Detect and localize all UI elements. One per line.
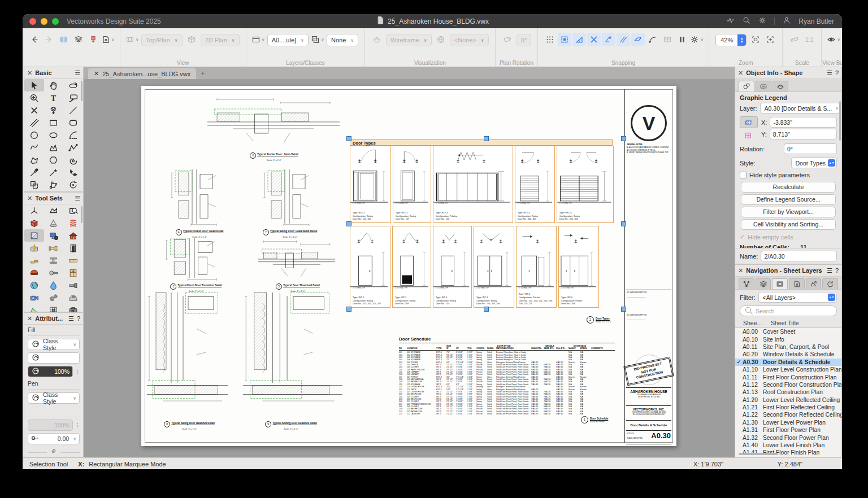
legend-cell[interactable]: 2" TO TRIM, TYP.Type: EXT-3Configuration…: [433, 146, 513, 223]
legend-cell[interactable]: 2" TO TRIM, TYP.Type: EXT-1Configuration…: [350, 146, 391, 223]
tab-sheet-layers[interactable]: [772, 278, 788, 289]
document-tab[interactable]: ✕ 25_Asharoken...use_BLDG.vwx: [88, 68, 196, 79]
sheet-layer-row[interactable]: A1.21First Floor Reflected Ceiling: [735, 404, 841, 411]
close-icon[interactable]: ✕: [738, 267, 743, 274]
structural-member[interactable]: [44, 254, 64, 267]
plan-rotation-value[interactable]: 0°: [517, 34, 532, 46]
pen-color-swatch[interactable]: [28, 406, 80, 417]
snap-working-plane-icon[interactable]: [631, 33, 645, 46]
legend-cell[interactable]: 2" TO TRIM, TYP.Type: INT-1Configuration…: [350, 226, 390, 308]
selection-handle[interactable]: [621, 136, 626, 141]
snapping-settings-gear-icon[interactable]: ∨: [690, 33, 704, 46]
horizontal-scrollbar[interactable]: [739, 453, 778, 455]
clip-tool[interactable]: [24, 178, 44, 191]
snap-grid-settings-icon[interactable]: [661, 33, 674, 46]
close-icon[interactable]: ✕: [27, 315, 32, 322]
fill-opacity-menu[interactable]: ⋮: [75, 369, 80, 374]
pan-tool[interactable]: [44, 79, 64, 91]
magic-wand-tool[interactable]: [44, 166, 64, 178]
legend-cell[interactable]: 2" TO TRIM, TYP.Type: EXT-4Configuration…: [515, 146, 555, 223]
tab-layers[interactable]: [756, 278, 771, 289]
rounded-rectangle-tool[interactable]: [63, 116, 83, 129]
electrical[interactable]: [24, 242, 44, 254]
sheet-number-column-header[interactable]: Shee...: [743, 320, 771, 326]
sheet-layer-row[interactable]: A0.20Window Details & Schedule: [735, 351, 841, 358]
3d-modeling[interactable]: [24, 204, 44, 217]
machine-design[interactable]: [44, 291, 64, 304]
2d-polygon-tool[interactable]: [24, 154, 44, 166]
tab-references[interactable]: [822, 278, 838, 289]
palette-menu-icon[interactable]: ☰: [75, 69, 80, 77]
filter-dropdown[interactable]: <All Layers> ▲▼: [758, 292, 837, 303]
fabrication[interactable]: [63, 291, 83, 304]
fit-page-icon[interactable]: [763, 33, 777, 46]
layers-button[interactable]: [72, 33, 85, 46]
settings-gear-icon[interactable]: [758, 16, 766, 26]
snap-grid-icon[interactable]: [543, 33, 557, 46]
palette-menu-icon[interactable]: ☰: [68, 315, 74, 322]
oval-tool[interactable]: [44, 129, 64, 141]
y-field[interactable]: 8.713": [770, 129, 837, 139]
walls-windows[interactable]: [24, 229, 44, 242]
scrollbar[interactable]: [839, 101, 841, 141]
reshape-tool[interactable]: [44, 178, 64, 191]
sheet-layer-row[interactable]: A1.40Lower Level Finish Plan: [735, 442, 841, 449]
tab-viewports[interactable]: [789, 278, 805, 289]
minimize-window-button[interactable]: [41, 18, 47, 25]
zoom-level-field[interactable]: 42% ▲▼: [715, 34, 747, 46]
snap-smart-point-icon[interactable]: [602, 33, 615, 46]
close-icon[interactable]: ✕: [27, 195, 32, 202]
fill-color-swatch[interactable]: [28, 352, 80, 364]
pen-opacity-menu[interactable]: ⋮: [75, 422, 80, 428]
tab-render[interactable]: [772, 81, 788, 91]
selection-handle[interactable]: [484, 136, 489, 141]
arc-tool[interactable]: [63, 129, 83, 141]
palette-menu-icon[interactable]: ☰: [75, 195, 80, 202]
sheet-layer-row[interactable]: A1.30Lower Level Power Plan: [735, 419, 841, 426]
saved-views-icon[interactable]: ∨: [125, 33, 139, 46]
fit-objects-icon[interactable]: [749, 33, 762, 46]
dims-notes[interactable]: [63, 254, 83, 267]
view-bar-eye-icon[interactable]: ∨: [827, 33, 840, 46]
active-layer-dropdown[interactable]: A0....ule]∨: [267, 34, 309, 46]
site-planning[interactable]: [24, 279, 44, 291]
legend-cell[interactable]: 2" TO TRIM, TYP.Type: INT-6Configuration…: [558, 226, 599, 308]
camera-match[interactable]: [24, 291, 44, 304]
sheet-layer-row[interactable]: A0.10Site Info: [735, 335, 841, 343]
legend-cell[interactable]: 2" TO TRIM, TYP.Type: INT-2Configuration…: [392, 226, 431, 308]
pen-style-dropdown[interactable]: Class Style∨: [28, 392, 80, 404]
detail-drawing[interactable]: [206, 94, 341, 150]
line-tool[interactable]: [63, 104, 83, 116]
snap-object-icon[interactable]: [558, 33, 571, 46]
tab-shape[interactable]: [739, 81, 754, 91]
extract-tool[interactable]: [44, 104, 64, 116]
snap-intersection-icon[interactable]: [587, 33, 601, 46]
selection-handle[interactable]: [346, 136, 351, 141]
sheet-layer-row[interactable]: A1.12Second Floor Construction Plan: [735, 381, 841, 388]
fastener[interactable]: [44, 267, 64, 279]
awning[interactable]: [24, 267, 44, 279]
selection-handle[interactable]: [484, 307, 489, 312]
building-shell[interactable]: [63, 229, 83, 242]
visibility-tool[interactable]: [63, 166, 83, 178]
line-weight-dropdown[interactable]: 0.00∨: [28, 433, 80, 444]
projection-cube-icon[interactable]: [185, 33, 198, 46]
scrollbar[interactable]: [81, 81, 83, 101]
detail-drawing[interactable]: [146, 290, 231, 419]
plan-rotation-icon[interactable]: [501, 33, 514, 46]
background-dropdown[interactable]: <None>∨: [450, 34, 489, 46]
layer-dropdown[interactable]: A0.30 [Door Details & S...∨: [760, 103, 841, 113]
fill-opacity-field[interactable]: 100%: [28, 366, 73, 377]
circle-tool[interactable]: [24, 129, 44, 141]
lighting[interactable]: [63, 279, 83, 291]
x-field[interactable]: -3.833": [770, 117, 837, 128]
selection-handle[interactable]: [621, 221, 626, 226]
detail-drawing[interactable]: [261, 168, 318, 227]
panel-menu-icon[interactable]: ☰: [827, 267, 832, 274]
panels-button[interactable]: [57, 33, 71, 46]
surface-modeling[interactable]: [44, 204, 64, 217]
flyover-tool[interactable]: [63, 79, 83, 91]
activity-icon[interactable]: [727, 16, 735, 26]
doc-preview-button[interactable]: ∨: [101, 33, 115, 46]
panel-menu-icon[interactable]: ☰: [827, 69, 832, 77]
